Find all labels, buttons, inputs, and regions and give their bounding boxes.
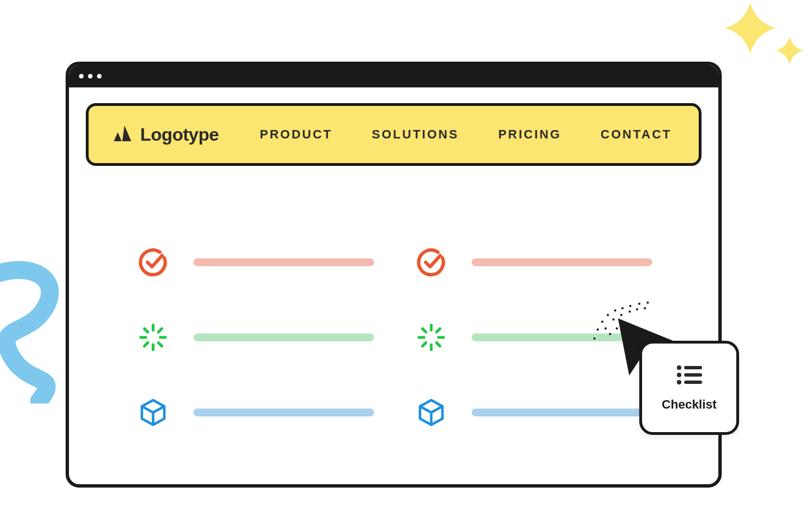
browser-window: Logotype PRODUCT SOLUTIONS PRICING CONTA… (66, 62, 722, 488)
svg-line-13 (437, 343, 440, 346)
nav-link-product[interactable]: PRODUCT (260, 127, 333, 142)
svg-line-7 (145, 343, 148, 346)
svg-line-6 (159, 329, 162, 332)
nav-link-contact[interactable]: CONTACT (601, 127, 672, 142)
svg-point-28 (629, 310, 631, 313)
sparkle-decoration (705, 0, 806, 81)
svg-line-4 (145, 329, 148, 332)
logo[interactable]: Logotype (112, 123, 219, 146)
status-row (135, 244, 374, 280)
check-circle-icon (413, 244, 449, 280)
svg-point-17 (607, 314, 609, 316)
placeholder-bar (193, 333, 374, 341)
status-row (413, 244, 652, 280)
svg-point-32 (616, 327, 618, 330)
browser-titlebar (69, 65, 718, 87)
status-row (413, 395, 652, 430)
loading-icon (135, 319, 171, 355)
svg-rect-39 (684, 381, 702, 384)
svg-point-16 (601, 321, 603, 323)
checklist-label: Checklist (662, 397, 717, 412)
svg-point-24 (593, 337, 596, 340)
svg-line-5 (159, 343, 162, 346)
svg-point-25 (605, 327, 607, 330)
svg-line-14 (437, 329, 440, 332)
svg-point-20 (629, 305, 631, 307)
svg-point-36 (677, 373, 681, 377)
svg-point-18 (614, 309, 616, 312)
browser-content: Logotype PRODUCT SOLUTIONS PRICING CONTA… (69, 87, 718, 446)
svg-point-27 (620, 314, 622, 316)
svg-point-38 (677, 380, 681, 384)
placeholder-bar (472, 258, 652, 266)
placeholder-bar (472, 409, 652, 416)
logo-text: Logotype (140, 124, 219, 145)
svg-line-15 (423, 343, 426, 346)
svg-point-23 (597, 328, 599, 331)
window-control-dot (88, 74, 93, 78)
check-circle-icon (135, 244, 171, 280)
status-row (135, 395, 374, 430)
svg-point-22 (647, 302, 649, 304)
nav-link-pricing[interactable]: PRICING (498, 127, 561, 142)
logo-icon (112, 123, 132, 146)
svg-point-34 (677, 365, 681, 370)
window-control-dot (97, 74, 101, 78)
navbar: Logotype PRODUCT SOLUTIONS PRICING CONTA… (86, 103, 702, 166)
placeholder-bar (193, 258, 374, 266)
placeholder-bar (193, 409, 374, 416)
nav-links: PRODUCT SOLUTIONS PRICING CONTACT (260, 127, 672, 142)
status-row (135, 319, 374, 355)
list-icon (675, 364, 703, 388)
window-control-dot (79, 74, 84, 78)
svg-point-30 (644, 307, 646, 309)
svg-point-29 (636, 308, 638, 310)
svg-point-31 (609, 333, 611, 335)
loading-icon (413, 319, 449, 355)
svg-rect-37 (684, 373, 702, 377)
svg-line-12 (423, 329, 426, 332)
checklist-callout[interactable]: Checklist (639, 341, 739, 435)
svg-point-19 (621, 307, 624, 309)
cube-icon (413, 395, 449, 430)
nav-link-solutions[interactable]: SOLUTIONS (372, 127, 459, 142)
cube-icon (135, 395, 171, 430)
svg-rect-35 (684, 366, 702, 369)
svg-point-21 (638, 303, 640, 305)
svg-point-26 (612, 318, 615, 321)
